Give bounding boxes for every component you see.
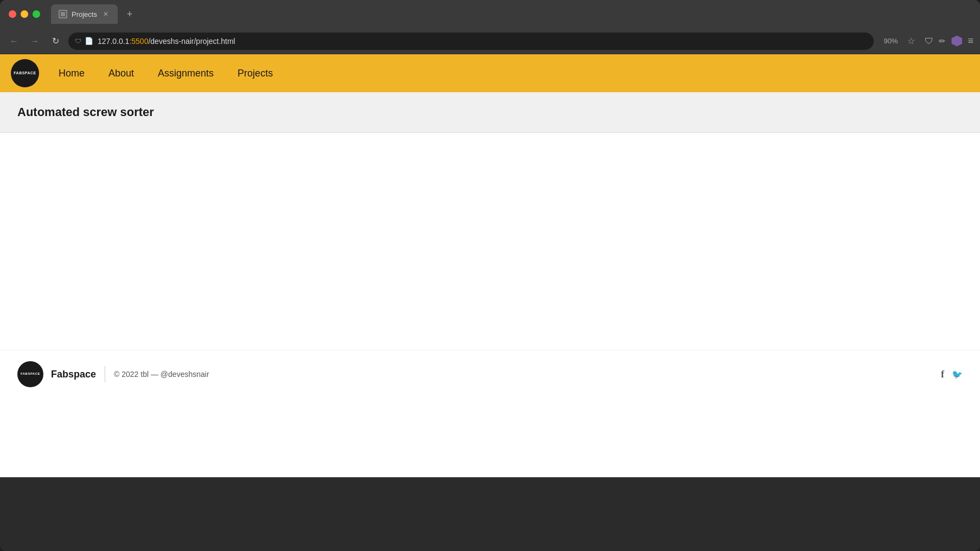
- bookmark-button[interactable]: ☆: [907, 36, 915, 46]
- page-header: Automated screw sorter: [0, 92, 980, 133]
- security-icons: 🛡 📄: [75, 37, 93, 45]
- nav-links: Home About Assignments Projects: [48, 63, 284, 84]
- main-content: [0, 133, 980, 350]
- nav-projects[interactable]: Projects: [227, 63, 284, 84]
- tab-favicon: [59, 10, 67, 18]
- menu-button[interactable]: ≡: [968, 35, 973, 47]
- toolbar-right: 🛡 ✏ ≡: [925, 35, 973, 47]
- address-bar-row: ← → ↻ 🛡 📄 127.0.0.1:5500/deveshs-nair/pr…: [0, 28, 980, 54]
- page-content: FABSPACE Home About Assignments Projects…: [0, 54, 980, 477]
- zoom-level: 90%: [879, 37, 902, 45]
- tab-bar: Projects ✕ +: [51, 4, 971, 24]
- twitter-link[interactable]: 🐦: [952, 369, 963, 380]
- new-tab-button[interactable]: +: [122, 7, 137, 22]
- maximize-button[interactable]: [33, 10, 40, 18]
- address-bar[interactable]: 🛡 📄 127.0.0.1:5500/deveshs-nair/project.…: [68, 33, 874, 50]
- back-button[interactable]: ←: [7, 34, 22, 49]
- tab-label: Projects: [72, 10, 97, 18]
- tab-close-button[interactable]: ✕: [101, 10, 110, 18]
- title-bar: Projects ✕ +: [0, 0, 980, 28]
- minimize-button[interactable]: [21, 10, 28, 18]
- forward-button[interactable]: →: [27, 34, 42, 49]
- traffic-lights: [9, 10, 40, 18]
- pen-icon[interactable]: ✏: [939, 36, 946, 46]
- footer-logo: FABSPACE: [17, 361, 43, 387]
- footer-copyright: © 2022 tbl — @deveshsnair: [114, 370, 209, 379]
- site-footer: FABSPACE Fabspace © 2022 tbl — @deveshsn…: [0, 350, 980, 398]
- page-title: Automated screw sorter: [17, 105, 963, 119]
- footer-social: f 🐦: [941, 369, 963, 380]
- footer-brand: Fabspace: [51, 369, 96, 380]
- browser-window: Projects ✕ + ← → ↻ 🛡 📄 127.0.0.1:5500/de…: [0, 0, 980, 551]
- extension-icon[interactable]: [951, 36, 962, 47]
- shield-icon: 🛡: [75, 37, 81, 45]
- site-logo: FABSPACE: [11, 59, 39, 87]
- svg-rect-1: [61, 12, 65, 16]
- close-button[interactable]: [9, 10, 16, 18]
- firefox-shield-icon[interactable]: 🛡: [925, 36, 933, 46]
- active-tab[interactable]: Projects ✕: [51, 4, 118, 24]
- nav-assignments[interactable]: Assignments: [147, 63, 225, 84]
- facebook-link[interactable]: f: [941, 369, 944, 380]
- site-navigation: FABSPACE Home About Assignments Projects: [0, 54, 980, 92]
- footer-logo-section: FABSPACE Fabspace: [17, 361, 96, 387]
- nav-home[interactable]: Home: [48, 63, 95, 84]
- footer-divider: [105, 366, 105, 382]
- url-text: 127.0.0.1:5500/deveshs-nair/project.html: [98, 37, 867, 46]
- nav-about[interactable]: About: [98, 63, 145, 84]
- reload-button[interactable]: ↻: [48, 34, 63, 49]
- lock-icon: 📄: [85, 37, 93, 45]
